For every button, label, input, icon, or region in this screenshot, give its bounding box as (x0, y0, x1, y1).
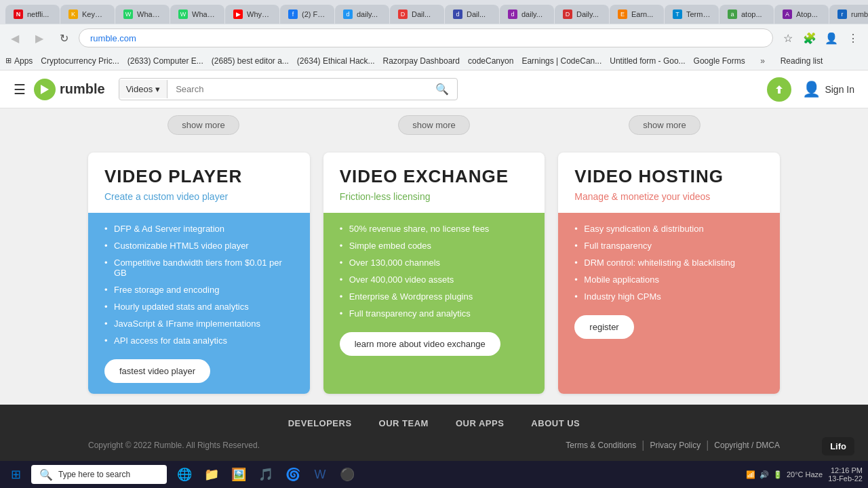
list-item: Industry high CPMs (574, 291, 764, 302)
taskbar-chrome-icon[interactable]: 🌀 (281, 462, 305, 487)
nav-actions: ☆ 🧩 👤 ⋮ (778, 28, 863, 47)
video-hosting-body: Easy syndication & distribution Full tra… (558, 213, 780, 394)
reload-button[interactable]: ↻ (54, 28, 73, 47)
apps-grid-icon: ⊞ (5, 56, 12, 65)
list-item: DFP & Ad Server integration (104, 224, 294, 234)
footer-link-about-us[interactable]: ABOUT US (531, 418, 580, 428)
menu-dots-icon[interactable]: ⋮ (844, 28, 863, 47)
taskbar-obs-icon[interactable]: ⚫ (335, 462, 359, 487)
taskbar-media-icon[interactable]: 🎵 (254, 462, 278, 487)
tab-terms[interactable]: T Terms... (665, 5, 719, 24)
bookmark-reading-list[interactable]: Reading list (781, 56, 823, 66)
footer-link-developers[interactable]: DEVELOPERS (288, 418, 352, 428)
footer-terms-link[interactable]: Terms & Conditions (566, 441, 636, 450)
tab-youtube[interactable]: ▶ Why V... (225, 5, 279, 24)
bookmark-crypto[interactable]: Cryptocurrency Pric... (41, 56, 119, 66)
extension-puzzle-icon[interactable]: 🧩 (800, 28, 819, 47)
tab-earn[interactable]: E Earn... (610, 5, 664, 24)
learn-more-video-exchange-button[interactable]: learn more about video exchange (340, 332, 500, 356)
bookmark-star-icon[interactable]: ☆ (778, 28, 797, 47)
back-button[interactable]: ◀ (5, 28, 24, 47)
show-more-btn-1[interactable]: show more (167, 115, 239, 135)
footer-link-our-apps[interactable]: OUR APPS (456, 418, 504, 428)
video-hosting-header: VIDEO HOSTING Manage & monetize your vid… (558, 152, 780, 213)
cards-section: VIDEO PLAYER Create a custom video playe… (0, 142, 868, 405)
bookmark-ethical[interactable]: (2634) Ethical Hack... (297, 56, 375, 66)
footer-link-our-team[interactable]: OUR TEAM (379, 418, 429, 428)
list-item: Enterprise & Wordpress plugins (340, 291, 529, 302)
bookmark-google-form[interactable]: Untitled form - Goo... (610, 56, 685, 66)
tab-daily2[interactable]: D Dail... (390, 5, 444, 24)
list-item: Free storage and encoding (104, 285, 294, 295)
tab-daily3[interactable]: d Dail... (445, 5, 499, 24)
tab-daily1[interactable]: d daily... (335, 5, 389, 24)
bookmark-apps[interactable]: ⊞ Apps (5, 56, 33, 66)
fastest-video-player-button[interactable]: fastest video player (104, 359, 210, 383)
bookmark-editor[interactable]: (2685) best editor a... (212, 56, 289, 66)
bookmark-computer[interactable]: (2633) Computer E... (127, 56, 203, 66)
show-more-btn-3[interactable]: show more (629, 115, 701, 135)
search-container: Videos ▾ 🔍 (119, 78, 458, 100)
list-item: Easy syndication & distribution (574, 224, 764, 234)
video-exchange-header: VIDEO EXCHANGE Friction-less licensing (323, 152, 545, 213)
tab-whatsapp2[interactable]: W Whats... (170, 5, 224, 24)
taskbar: ⊞ 🔍 Type here to search 🌐 📁 🖼️ 🎵 🌀 W ⚫ 📶… (0, 461, 868, 488)
footer-privacy-link[interactable]: Privacy Policy (650, 441, 701, 450)
video-hosting-subtitle: Manage & monetize your videos (574, 191, 764, 202)
tab-atop2[interactable]: A Atop... (774, 5, 829, 24)
tab-bar: N netfli... K Keywo... W Whats... W What… (0, 0, 868, 24)
show-more-btn-2[interactable]: show more (398, 115, 470, 135)
bookmark-earnings[interactable]: Earnings | CodeCan... (521, 56, 601, 66)
website-content: ☰ rumble Videos ▾ 🔍 👤 (0, 70, 868, 461)
hamburger-menu-icon[interactable]: ☰ (14, 81, 26, 98)
search-input[interactable] (167, 80, 427, 98)
volume-icon: 🔊 (760, 470, 769, 479)
video-exchange-features: 50% revenue share, no license fees Simpl… (340, 224, 529, 319)
signin-button[interactable]: 👤 Sign In (802, 81, 854, 98)
video-player-header: VIDEO PLAYER Create a custom video playe… (88, 152, 310, 213)
weather-temp: 20°C Haze (787, 470, 823, 479)
taskbar-photos-icon[interactable]: 🖼️ (226, 462, 251, 487)
bookmarks-bar: ⊞ Apps Cryptocurrency Pric... (2633) Com… (0, 52, 868, 70)
network-icon: 📶 (746, 470, 755, 479)
bookmark-google-forms[interactable]: Google Forms (694, 56, 745, 66)
footer-legal-links: Terms & Conditions | Privacy Policy | Co… (566, 439, 780, 451)
video-hosting-title: VIDEO HOSTING (574, 166, 764, 187)
taskbar-word-icon[interactable]: W (308, 462, 332, 487)
footer-bottom: Copyright © 2022 Rumble. All Rights Rese… (88, 439, 780, 451)
taskbar-edge-icon[interactable]: 🌐 (172, 462, 197, 487)
bookmarks-more-icon[interactable]: » (753, 52, 772, 70)
tab-rumble1[interactable]: r rumb... (829, 5, 868, 24)
lifo-badge[interactable]: Lifo (822, 437, 854, 455)
list-item: Over 400,000 video assets (340, 274, 529, 285)
tab-daily4[interactable]: d daily... (500, 5, 554, 24)
upload-button[interactable] (767, 77, 791, 102)
video-player-subtitle: Create a custom video player (104, 191, 294, 202)
video-hosting-card: VIDEO HOSTING Manage & monetize your vid… (558, 152, 780, 394)
tab-keyword[interactable]: K Keywo... (60, 5, 115, 24)
bookmark-codecanyon[interactable]: codeCanyon (468, 56, 513, 66)
nav-right: 👤 Sign In (767, 77, 854, 102)
tab-atop1[interactable]: a atop... (719, 5, 774, 24)
tab-facebook[interactable]: f (2) Fa... (280, 5, 334, 24)
search-type-dropdown[interactable]: Videos ▾ (119, 80, 168, 98)
address-bar[interactable]: rumble.com (79, 28, 773, 47)
taskbar-search-bar[interactable]: 🔍 Type here to search (31, 465, 167, 484)
tab-netflix[interactable]: N netfli... (5, 5, 60, 24)
profile-icon[interactable]: 👤 (822, 28, 841, 47)
video-exchange-title: VIDEO EXCHANGE (340, 166, 529, 187)
video-player-card: VIDEO PLAYER Create a custom video playe… (88, 152, 310, 394)
tab-whatsapp1[interactable]: W Whats... (115, 5, 170, 24)
rumble-logo[interactable]: rumble (34, 79, 105, 100)
bookmark-razorpay[interactable]: Razorpay Dashboard (383, 56, 460, 66)
footer-dmca-link[interactable]: Copyright / DMCA (714, 441, 780, 450)
forward-button[interactable]: ▶ (30, 28, 49, 47)
tab-daily5[interactable]: D Daily... (555, 5, 609, 24)
taskbar-explorer-icon[interactable]: 📁 (199, 462, 224, 487)
footer-copyright: Copyright © 2022 Rumble. All Rights Rese… (88, 441, 557, 450)
taskbar-search-text: Type here to search (58, 470, 130, 479)
list-item: DRM control: whitelisting & blacklisting (574, 258, 764, 268)
search-button[interactable]: 🔍 (427, 79, 457, 100)
register-button[interactable]: register (574, 315, 633, 339)
windows-start-icon[interactable]: ⊞ (5, 464, 26, 485)
